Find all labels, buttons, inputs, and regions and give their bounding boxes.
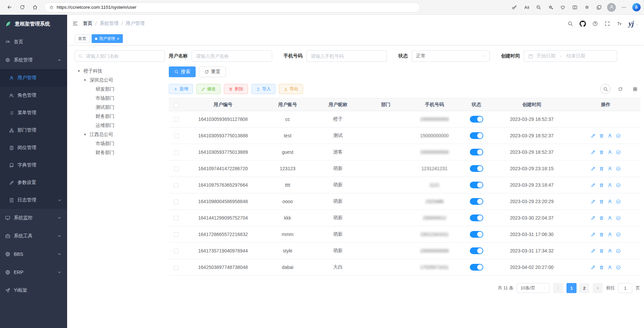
collections-icon[interactable] [593,2,605,13]
row-checkbox[interactable] [174,232,179,237]
sidebar-item-bbs[interactable]: BBS [0,245,67,263]
edit-action-icon[interactable] [591,183,596,188]
dept-search-input[interactable] [75,50,165,62]
edit-action-icon[interactable] [591,248,596,253]
row-checkbox[interactable] [174,249,179,253]
user-action-icon[interactable] [607,183,612,188]
sidebar-item-config[interactable]: 参数设置 [0,174,67,191]
collapse-sidebar-icon[interactable] [72,20,78,27]
user-action-icon[interactable] [607,133,612,138]
user-action-icon[interactable] [607,150,612,155]
help-icon[interactable] [592,21,598,27]
user-action-icon[interactable] [607,199,612,204]
breadcrumb-item[interactable]: 首页 [83,20,92,27]
tree-node[interactable]: ▾橙子科技 [75,66,165,76]
check-action-icon[interactable] [616,265,621,270]
address-bar[interactable]: https://ccnetcore.com:1101/system/user [44,2,420,12]
sidebar-item-dict[interactable]: 字典管理 [0,156,67,174]
refresh-table-icon[interactable] [615,84,625,94]
page-size-select[interactable]: 10条/页 [517,283,550,293]
check-action-icon[interactable] [616,216,621,221]
caret-down-icon[interactable]: ▾ [82,78,88,82]
sidebar-item-user[interactable]: 用户管理 [0,69,67,87]
browser-menu-icon[interactable] [618,2,630,13]
search-button[interactable]: 搜索 [169,66,196,77]
delete-action-icon[interactable] [599,133,604,138]
font-size-icon[interactable] [616,21,622,27]
tree-node[interactable]: ▾研发部门 [75,85,165,94]
tree-node[interactable]: ▾财务部门 [75,112,165,121]
delete-action-icon[interactable] [599,265,604,270]
edit-action-icon[interactable] [591,150,596,155]
sidebar-item-system[interactable]: 系统管理 [0,51,67,69]
row-checkbox[interactable] [174,183,179,188]
user-action-icon[interactable] [607,232,612,237]
prev-page-button[interactable] [553,283,563,293]
row-checkbox[interactable] [174,150,179,155]
column-settings-icon[interactable] [630,84,640,94]
edit-action-icon[interactable] [591,133,596,138]
modify-button[interactable]: 修改 [196,84,220,94]
status-toggle[interactable] [470,264,483,271]
tree-node[interactable]: ▾市场部门 [75,94,165,103]
delete-action-icon[interactable] [599,232,604,237]
check-action-icon[interactable] [616,232,621,237]
delete-action-icon[interactable] [599,199,604,204]
delete-button[interactable]: 删除 [224,84,248,94]
next-page-button[interactable] [593,283,603,293]
sidebar-item-menu[interactable]: 菜单管理 [0,104,67,122]
zoom-out-icon[interactable] [533,2,544,13]
check-action-icon[interactable] [616,199,621,204]
user-action-icon[interactable] [607,216,612,221]
browser-essentials-icon[interactable] [557,2,568,13]
breadcrumb-item[interactable]: 系统管理 [100,20,118,27]
add-favorite-icon[interactable] [545,2,556,13]
favorites-icon[interactable] [581,2,593,13]
row-checkbox[interactable] [174,134,179,138]
check-action-icon[interactable] [616,166,621,171]
check-action-icon[interactable] [616,150,621,155]
export-button[interactable]: 导出 [279,84,303,94]
username-input[interactable] [192,50,272,62]
user-action-icon[interactable] [607,265,612,270]
row-checkbox[interactable] [174,199,179,204]
user-action-icon[interactable] [607,248,612,253]
close-icon[interactable]: × [117,37,119,41]
check-action-icon[interactable] [616,133,621,138]
status-select[interactable]: 正常 [412,50,490,62]
sidebar-item-post[interactable]: 岗位管理 [0,139,67,156]
sidebar-item-log[interactable]: 日志管理 [0,191,67,209]
split-screen-icon[interactable] [569,2,581,13]
sidebar-item-erp[interactable]: ERP [0,263,67,281]
toggle-search-icon[interactable] [600,84,610,94]
delete-action-icon[interactable] [599,183,604,188]
user-action-icon[interactable] [607,166,612,171]
tree-node[interactable]: ▾财务部门 [75,148,165,157]
fullscreen-icon[interactable] [604,21,610,27]
phone-input[interactable] [306,50,387,62]
header-search-icon[interactable] [567,21,573,27]
check-action-icon[interactable] [616,183,621,188]
status-toggle[interactable] [470,231,483,238]
status-toggle[interactable] [470,182,483,188]
add-button[interactable]: 新增 [169,84,193,94]
edit-action-icon[interactable] [591,232,596,237]
row-checkbox[interactable] [174,117,179,122]
select-all-checkbox[interactable] [174,103,179,107]
sidebar-item-tool[interactable]: 系统工具 [0,227,67,245]
status-toggle[interactable] [470,165,483,172]
status-toggle[interactable] [470,198,483,205]
read-aloud-icon[interactable] [521,2,532,13]
caret-down-icon[interactable]: ▾ [82,132,88,137]
tree-node[interactable]: ▾运维部门 [75,121,165,130]
edit-action-icon[interactable] [591,166,596,171]
check-action-icon[interactable] [616,248,621,253]
back-icon[interactable] [3,2,15,13]
sidebar-item-monitor[interactable]: 系统监控 [0,209,67,227]
caret-down-icon[interactable]: ▾ [76,69,82,73]
sidebar-item-yiframe[interactable]: Yi框架 [0,281,67,299]
tree-node[interactable]: ▾市场部门 [75,139,165,148]
delete-action-icon[interactable] [599,166,604,171]
tree-node[interactable]: ▾深圳总公司 [75,76,165,85]
breadcrumb-item[interactable]: 用户管理 [126,20,145,27]
